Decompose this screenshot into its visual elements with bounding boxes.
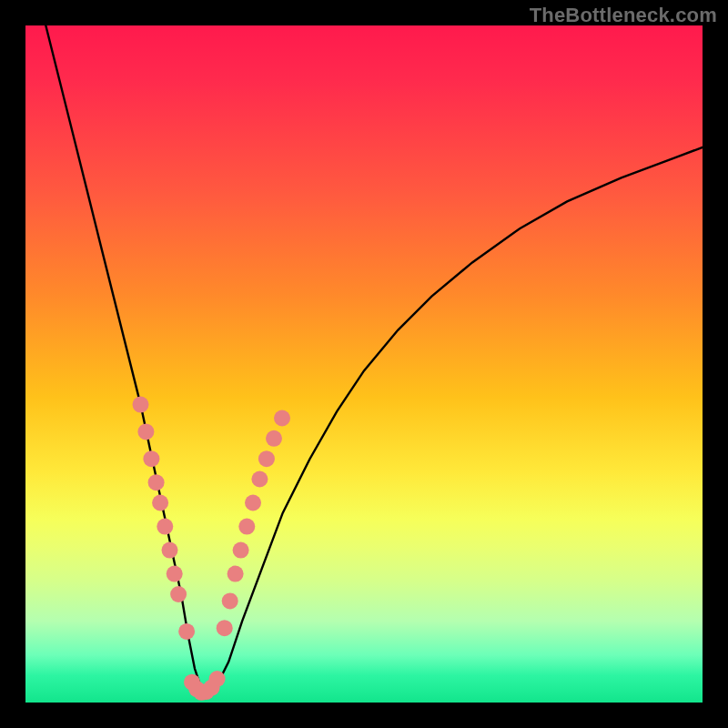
chart-frame: TheBottleneck.com xyxy=(0,0,728,728)
curve-marker xyxy=(162,542,178,559)
curve-marker xyxy=(170,586,187,602)
watermark-label: TheBottleneck.com xyxy=(530,4,717,27)
curve-marker xyxy=(148,474,165,490)
curve-marker xyxy=(274,410,290,427)
curve-marker xyxy=(245,495,261,511)
curve-marker xyxy=(266,430,282,447)
curve-marker xyxy=(133,397,149,413)
curve-markers xyxy=(133,397,291,701)
curve-marker xyxy=(209,671,226,687)
curve-marker xyxy=(222,592,238,609)
curve-marker xyxy=(143,450,159,467)
curve-marker xyxy=(228,566,244,582)
curve-marker xyxy=(233,542,249,559)
curve-marker xyxy=(157,519,173,535)
curve-marker xyxy=(152,495,168,511)
plot-area xyxy=(25,25,703,703)
curve-marker xyxy=(251,471,268,488)
curve-marker xyxy=(217,620,233,636)
curve-marker xyxy=(137,423,154,440)
curve-marker xyxy=(167,566,183,582)
bottleneck-curve xyxy=(25,25,703,703)
curve-path xyxy=(46,25,703,696)
curve-marker xyxy=(238,519,255,535)
curve-marker xyxy=(258,450,275,467)
curve-marker xyxy=(178,623,195,640)
